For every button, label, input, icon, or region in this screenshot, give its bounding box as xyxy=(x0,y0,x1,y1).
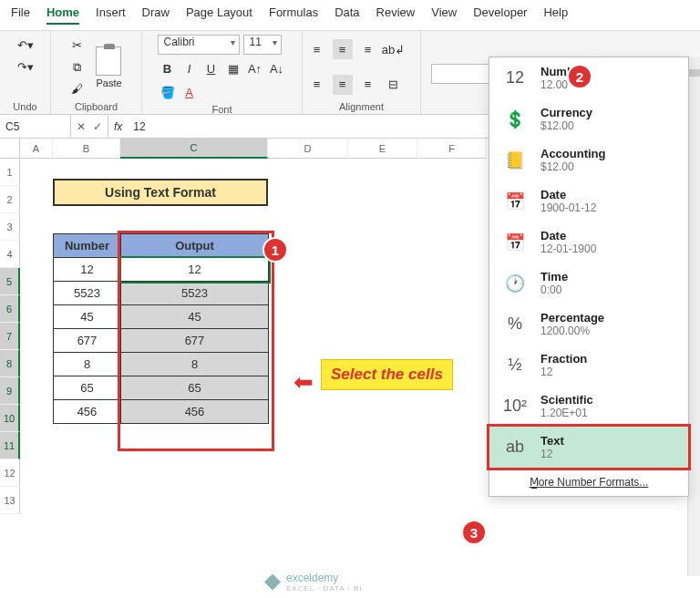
fx-icon[interactable]: fx xyxy=(108,120,128,133)
menu-page-layout[interactable]: Page Layout xyxy=(186,5,252,25)
column-header-B[interactable]: B xyxy=(53,139,120,159)
cell-number[interactable]: 12 xyxy=(54,258,121,282)
format-option-fraction[interactable]: ½Fraction12 xyxy=(489,345,688,386)
cell-output[interactable]: 45 xyxy=(121,305,269,329)
format-option-date[interactable]: 📅Date12-01-1900 xyxy=(489,222,688,263)
format-name: Currency xyxy=(540,106,592,119)
cell-output[interactable]: 5523 xyxy=(121,282,269,305)
menu-insert[interactable]: Insert xyxy=(96,5,126,25)
align-top-button[interactable]: ≡ xyxy=(307,39,327,59)
row-header-13[interactable]: 13 xyxy=(0,487,20,514)
format-option-date[interactable]: 📅Date1900-01-12 xyxy=(489,180,688,222)
align-left-button[interactable]: ≡ xyxy=(307,75,327,95)
merge-button[interactable]: ⊟ xyxy=(384,75,404,95)
font-color-button[interactable]: A xyxy=(180,82,200,102)
header-number: Number xyxy=(54,234,121,258)
format-option-text[interactable]: abText12 xyxy=(489,427,688,468)
column-header-F[interactable]: F xyxy=(417,139,487,159)
cell-output[interactable]: 456 xyxy=(121,400,269,424)
cell-number[interactable]: 8 xyxy=(54,353,121,376)
font-size-select[interactable]: 11 xyxy=(243,35,282,55)
menu-review[interactable]: Review xyxy=(376,5,416,25)
format-name: Time xyxy=(540,270,568,284)
number-format-combo[interactable] xyxy=(431,64,495,84)
menu-view[interactable]: View xyxy=(431,5,457,25)
group-clipboard-label: Clipboard xyxy=(75,101,118,112)
cell-number[interactable]: 456 xyxy=(54,400,121,424)
column-header-C[interactable]: C xyxy=(120,139,268,159)
menu-home[interactable]: Home xyxy=(46,5,79,25)
column-header-E[interactable]: E xyxy=(348,139,417,159)
align-middle-button[interactable]: ≡ xyxy=(333,39,353,59)
format-sample: 1900-01-12 xyxy=(540,201,596,214)
column-header-D[interactable]: D xyxy=(268,139,348,159)
format-option-time[interactable]: 🕐Time0:00 xyxy=(489,263,688,304)
row-header-12[interactable]: 12 xyxy=(0,459,20,487)
underline-button[interactable]: U xyxy=(201,58,221,78)
cell-output[interactable]: 65 xyxy=(121,376,269,400)
number-format-dropdown: 12Number12.00💲Currency$12.00📒Accounting … xyxy=(489,57,689,497)
sheet-area: ABCDEF 12345678910111213 Using Text Form… xyxy=(0,139,487,563)
row-header-9[interactable]: 9 xyxy=(0,377,20,405)
menu-file[interactable]: File xyxy=(11,5,30,25)
format-painter-button[interactable]: 🖌 xyxy=(67,79,87,99)
row-header-5[interactable]: 5 xyxy=(0,268,20,295)
menu-bar: File Home Insert Draw Page Layout Formul… xyxy=(0,0,700,31)
percentage-icon: % xyxy=(500,312,530,337)
select-all-corner[interactable] xyxy=(0,139,20,159)
name-box[interactable]: C5 xyxy=(0,115,71,138)
format-option-currency[interactable]: 💲Currency$12.00 xyxy=(489,98,688,139)
row-header-2[interactable]: 2 xyxy=(0,186,20,213)
format-sample: 12 xyxy=(540,448,564,460)
border-button[interactable]: ▦ xyxy=(223,58,243,78)
cell-number[interactable]: 677 xyxy=(54,329,121,353)
format-name: Date xyxy=(540,188,596,201)
menu-formulas[interactable]: Formulas xyxy=(269,5,318,25)
format-sample: 1.20E+01 xyxy=(540,407,593,419)
wrap-text-button[interactable]: ab↲ xyxy=(384,39,404,59)
scrollbar-vertical[interactable] xyxy=(687,57,700,576)
menu-help[interactable]: Help xyxy=(543,5,568,25)
align-bottom-button[interactable]: ≡ xyxy=(358,39,378,59)
cancel-formula-icon[interactable]: ✕ xyxy=(77,120,86,133)
confirm-formula-icon[interactable]: ✓ xyxy=(93,120,102,133)
format-option-scientific[interactable]: 10²Scientific1.20E+01 xyxy=(489,386,688,427)
bold-button[interactable]: B xyxy=(158,58,178,78)
cell-output[interactable]: 8 xyxy=(121,353,269,376)
cell-output[interactable]: 677 xyxy=(121,329,269,353)
cell-number[interactable]: 45 xyxy=(54,305,121,329)
row-header-10[interactable]: 10 xyxy=(0,405,20,432)
align-right-button[interactable]: ≡ xyxy=(358,75,378,95)
menu-data[interactable]: Data xyxy=(335,5,359,25)
row-header-4[interactable]: 4 xyxy=(0,241,20,268)
menu-draw[interactable]: Draw xyxy=(142,5,170,25)
row-header-8[interactable]: 8 xyxy=(0,350,20,377)
cell-output[interactable]: 12 xyxy=(121,258,269,282)
increase-font-button[interactable]: A↑ xyxy=(245,58,265,78)
paste-button[interactable]: Paste xyxy=(92,45,125,90)
cell-number[interactable]: 5523 xyxy=(54,282,121,305)
row-header-3[interactable]: 3 xyxy=(0,213,20,241)
data-table: Number Output 12125523552345456776778865… xyxy=(53,233,269,424)
table-row: 1212 xyxy=(54,258,269,282)
menu-developer[interactable]: Developer xyxy=(473,5,527,25)
more-number-formats[interactable]: M̲ore Number Formats... xyxy=(489,468,688,496)
italic-button[interactable]: I xyxy=(180,58,200,78)
row-header-11[interactable]: 11 xyxy=(0,432,20,459)
cell-number[interactable]: 65 xyxy=(54,376,121,400)
row-header-7[interactable]: 7 xyxy=(0,323,20,350)
decrease-font-button[interactable]: A↓ xyxy=(267,58,287,78)
redo-button[interactable]: ↷▾ xyxy=(15,57,36,77)
row-header-6[interactable]: 6 xyxy=(0,295,20,323)
row-header-1[interactable]: 1 xyxy=(0,159,20,186)
column-header-A[interactable]: A xyxy=(20,139,53,159)
align-center-button[interactable]: ≡ xyxy=(333,75,353,95)
scrollbar-thumb[interactable] xyxy=(689,69,700,77)
fill-color-button[interactable]: 🪣 xyxy=(158,82,178,102)
font-name-select[interactable]: Calibri xyxy=(158,35,240,55)
format-option-accounting[interactable]: 📒Accounting $12.00 xyxy=(489,139,688,180)
cut-button[interactable]: ✂ xyxy=(67,36,87,56)
undo-button[interactable]: ↶▾ xyxy=(15,35,36,55)
copy-button[interactable]: ⧉ xyxy=(67,57,87,77)
format-option-percentage[interactable]: %Percentage1200.00% xyxy=(489,304,688,345)
